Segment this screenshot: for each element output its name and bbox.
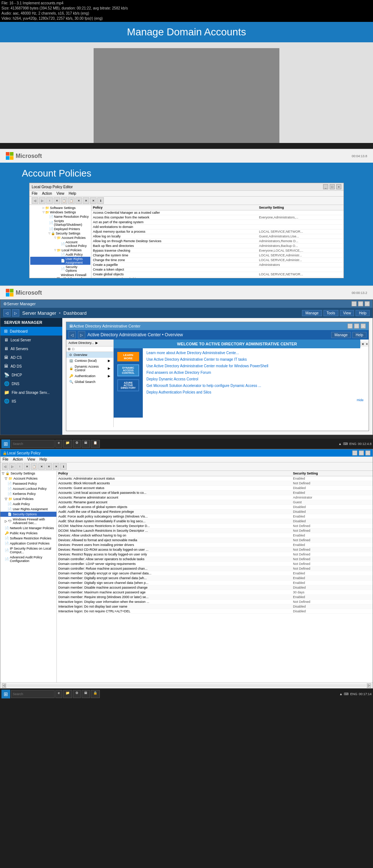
taskbar-btn-app[interactable]: 📋 (91, 440, 100, 448)
tree-item-local-policies[interactable]: ▽📁Local Policies (30, 248, 90, 252)
sidebar-item-all-servers[interactable]: 🖥 All Servers (0, 344, 62, 353)
tree-item-security-options[interactable]: 📄Security Options (30, 265, 90, 273)
lgpe-row-12[interactable]: Create a token object (91, 267, 343, 272)
adac-left-item-overview[interactable]: ⊙ Overview (66, 352, 113, 358)
sm-view-btn[interactable]: View (340, 310, 354, 316)
taskbar-search-2[interactable] (11, 690, 55, 698)
toolbar-btn-3[interactable]: ↑ (46, 197, 53, 204)
lsp-close-btn[interactable]: × (365, 450, 370, 456)
taskbar2-keyboard-icon[interactable]: ⌨ (344, 692, 349, 696)
lsp-row-27[interactable]: Interactive logon: Do not display last u… (57, 604, 373, 609)
lsp-row-25[interactable]: Domain member: Require strong (Windows 2… (57, 595, 373, 600)
lgpe-row-11[interactable]: Create a pagefileAdministrators (91, 263, 343, 267)
toolbar-btn-10[interactable]: ℹ (97, 197, 104, 204)
adac-link-learn[interactable]: Learn more about Active Directory Admini… (146, 350, 365, 356)
lgpe-row-2[interactable]: Act as part of the operating system (91, 220, 343, 225)
adac-left-item-global-search[interactable]: 🔍 Global Search (66, 379, 113, 385)
lsp-row-1[interactable]: Accounts: Block Microsoft accountsNot De… (57, 481, 373, 486)
adac-link-powershell[interactable]: Use Active Directory Administrative Cent… (146, 364, 365, 369)
sm-minimize-btn[interactable]: _ (352, 301, 357, 306)
taskbar2-arrow-icon[interactable]: ▲ (339, 692, 343, 696)
lsp-tree-item-audit[interactable]: 📄 Audit Policy (0, 501, 56, 507)
lsp-row-7[interactable]: Audit: Audit the use of Backup and Resto… (57, 509, 373, 514)
lsp-toolbar-btn2[interactable]: ▷ (9, 463, 16, 470)
lgpe-row-5[interactable]: Allow log on locallyGuest,Administrators… (91, 234, 343, 239)
tree-item-audit-policy[interactable]: 📄Audit Policy (30, 252, 90, 257)
lsp-menu-help[interactable]: Help (39, 457, 47, 461)
sm-close-btn[interactable]: × (365, 301, 370, 306)
lsp-toolbar-btn3[interactable]: ↑ (16, 463, 23, 470)
tree-item-account-lockout[interactable]: 📄Account Lockout Policy (30, 240, 90, 248)
taskbar2-btn-folder[interactable]: 📁 (63, 690, 72, 698)
lsp-toolbar-btn7[interactable]: ✕ (46, 463, 52, 470)
taskbar-lang[interactable]: ENG (349, 442, 357, 446)
tree-item-windows-firewall[interactable]: ▷🛡Windows Firewall with Advanced Securit… (30, 273, 90, 278)
lsp-row-28[interactable]: Interactive logon: Do not require CTRL+A… (57, 609, 373, 614)
learn-more-button[interactable]: LEARN MORE (117, 352, 139, 361)
lgpe-menu-view[interactable]: View (56, 191, 64, 195)
adac-left-item-contoso[interactable]: 🏢 Contoso (local) ▶ (66, 358, 113, 364)
lgpe-minimize-btn[interactable]: _ (323, 184, 328, 189)
lsp-row-8[interactable]: Audit: Force audit policy subcategory se… (57, 514, 373, 519)
lsp-row-24[interactable]: Domain member: Maximum machine account p… (57, 590, 373, 595)
tree-item-deployed-printers[interactable]: 📄Deployed Printers (30, 227, 90, 231)
sidebar-item-iis[interactable]: 🌐 IIS (0, 397, 62, 406)
adac-close-btn[interactable]: × (361, 323, 366, 329)
lsp-row-26[interactable]: Interactive logon: Display user informat… (57, 600, 373, 604)
lgpe-menu-file[interactable]: File (32, 191, 38, 195)
lsp-row-13[interactable]: Devices: Allowed to format and eject rem… (57, 538, 373, 543)
lsp-row-15[interactable]: Devices: Restrict CD-ROM access to local… (57, 547, 373, 552)
sidebar-item-adds[interactable]: 🏛 AD DS (0, 362, 62, 371)
taskbar2-btn-server[interactable]: ⚙ (73, 690, 81, 698)
toolbar-btn-9[interactable]: ✕ (90, 197, 97, 204)
toolbar-btn-6[interactable]: 📋 (68, 197, 75, 204)
adac-link-auth[interactable]: Deploy Authentication Policies and Silos (146, 390, 365, 395)
lgpe-row-4[interactable]: Adjust memory quotas for a processLOCAL … (91, 229, 343, 234)
lsp-tree-item-firewall[interactable]: ▷ 🛡 Windows Firewall with Advanced Sec..… (0, 517, 56, 526)
lsp-toolbar-btn5[interactable]: 📋 (31, 463, 38, 470)
adac-hide-link[interactable]: Hide (146, 396, 365, 404)
taskbar-search-1[interactable] (11, 440, 55, 448)
lsp-tree-item-ip-security[interactable]: 📄 IP Security Policies on Local Comput..… (0, 546, 56, 555)
sm-maximize-btn[interactable]: □ (358, 301, 363, 306)
adac-manage-btn[interactable]: Manage (331, 332, 351, 338)
lgpe-maximize-btn[interactable]: □ (330, 184, 335, 189)
lsp-scroll-left[interactable]: ◁ (2, 683, 6, 688)
taskbar-btn-folder[interactable]: 📁 (63, 440, 72, 448)
adac-minimize-btn[interactable]: _ (348, 323, 353, 329)
adac-left-item-auth[interactable]: 🔑 Authentication ▶ (66, 373, 113, 379)
start-button-1[interactable]: ⊞ (1, 439, 10, 448)
lsp-tree-item-lockout[interactable]: 📄 Account Lockout Policy (0, 486, 56, 491)
adac-x-icon[interactable]: × (366, 342, 368, 346)
tree-item-account-policies[interactable]: ▽📁Account Policies (30, 236, 90, 240)
adac-link-forum[interactable]: Find answers on Active Directory Forum (146, 370, 365, 375)
tree-item-software-settings[interactable]: ▷📁Software Settings (30, 206, 90, 210)
sidebar-item-file-storage[interactable]: 📁 File and Storage Serv... (0, 388, 62, 397)
lgpe-row-10[interactable]: Change the time zoneLOCAL SERVICE,Admini… (91, 258, 343, 263)
lsp-row-11[interactable]: DCOM: Machine Launch Restrictions in Sec… (57, 528, 373, 533)
taskbar-btn-server[interactable]: ⚙ (73, 440, 81, 448)
tree-item-windows-settings[interactable]: ▽📁Windows Settings (30, 210, 90, 214)
taskbar-keyboard-icon[interactable]: ⌨ (343, 442, 348, 446)
lsp-scrollbar-track[interactable] (7, 684, 366, 687)
lgpe-row-1[interactable]: Access this computer from the networkEve… (91, 215, 343, 220)
lsp-row-19[interactable]: Domain controller: Refuse machine accoun… (57, 566, 373, 571)
lgpe-row-14[interactable]: Create permanent shared objects (91, 277, 343, 278)
lsp-toolbar-btn9[interactable]: ℹ (60, 463, 67, 470)
lsp-menu-action[interactable]: Action (13, 457, 23, 461)
sm-manage-btn[interactable]: Manage (302, 310, 322, 316)
toolbar-btn-8[interactable]: ✕ (83, 197, 89, 204)
lsp-row-16[interactable]: Devices: Restrict floppy access to local… (57, 552, 373, 557)
adac-link-manage[interactable]: Use Active Directory Administrative Cent… (146, 357, 365, 362)
lsp-row-14[interactable]: Devices: Prevent users from installing p… (57, 543, 373, 547)
toolbar-btn-7[interactable]: ✕ (75, 197, 82, 204)
lsp-row-0[interactable]: Accounts: Administrator account statusEn… (57, 476, 373, 481)
adac-link-deploy[interactable]: Deploy Dynamic Access Control (146, 377, 365, 382)
lsp-tree-item-public-key[interactable]: 🔑 Public Key Policies (0, 531, 56, 536)
lgpe-row-7[interactable]: Back up files and directoriesAdministrat… (91, 244, 343, 248)
lgpe-menu-help[interactable]: Help (68, 191, 76, 195)
lsp-row-12[interactable]: Devices: Allow undock without having to … (57, 533, 373, 538)
sidebar-item-dns[interactable]: 🌐 DNS (0, 379, 62, 388)
taskbar2-btn-adac[interactable]: 🏛 (82, 690, 90, 698)
adac-back-btn[interactable]: ◁ (68, 331, 76, 338)
